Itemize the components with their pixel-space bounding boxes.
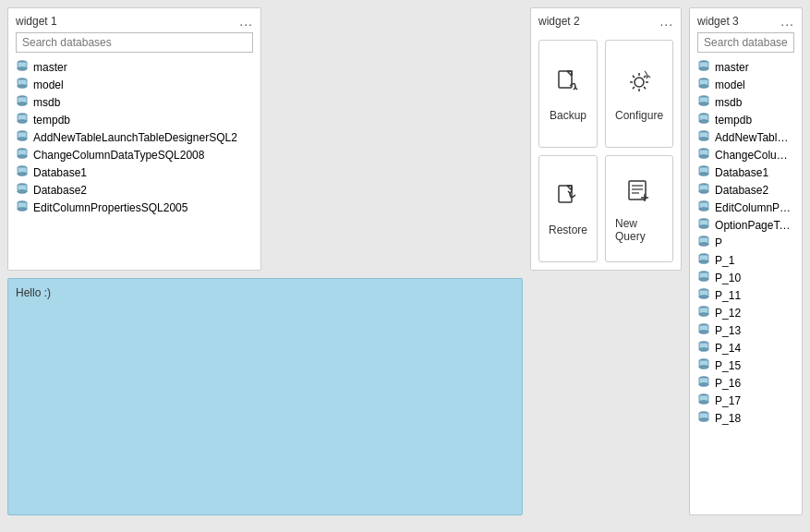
svg-point-68 bbox=[699, 103, 708, 106]
db-icon bbox=[16, 94, 29, 110]
db-label: P_1 bbox=[715, 254, 734, 267]
svg-point-123 bbox=[699, 296, 708, 299]
svg-point-133 bbox=[699, 331, 708, 334]
widget2-btn-backup[interactable]: Backup bbox=[538, 40, 598, 148]
widget1-title: widget 1 bbox=[16, 15, 57, 28]
db-icon bbox=[16, 112, 29, 127]
list-item[interactable]: Database1 bbox=[8, 163, 260, 181]
new-query-icon bbox=[623, 174, 656, 212]
db-icon bbox=[697, 340, 710, 356]
list-item[interactable]: msdb bbox=[8, 93, 260, 111]
db-icon bbox=[697, 287, 710, 303]
svg-point-88 bbox=[699, 173, 708, 176]
db-icon bbox=[16, 59, 29, 75]
widget2-header: widget 2 ... bbox=[531, 8, 681, 32]
db-icon bbox=[697, 322, 710, 338]
db-label: master bbox=[715, 61, 749, 74]
svg-point-2 bbox=[18, 67, 27, 71]
db-label: model bbox=[33, 79, 64, 91]
list-item[interactable]: OptionPageTests bbox=[690, 216, 802, 234]
db-label: tempdb bbox=[715, 114, 752, 127]
db-label: P_11 bbox=[715, 289, 741, 302]
list-item[interactable]: P_10 bbox=[690, 269, 802, 286]
list-item[interactable]: Database2 bbox=[8, 181, 260, 199]
list-item[interactable]: tempdb bbox=[690, 111, 802, 128]
db-label: EditColumnPropertiesSQL2005 bbox=[33, 201, 187, 214]
svg-point-58 bbox=[699, 67, 708, 71]
list-item[interactable]: P_15 bbox=[690, 357, 802, 374]
btn-label: Restore bbox=[549, 224, 587, 236]
btn-label: Backup bbox=[550, 109, 586, 122]
list-item[interactable]: P_1 bbox=[690, 251, 802, 269]
list-item[interactable]: P_16 bbox=[690, 374, 802, 392]
db-icon bbox=[16, 147, 29, 163]
svg-point-128 bbox=[699, 313, 708, 317]
list-item[interactable]: tempdb bbox=[8, 111, 260, 128]
list-item[interactable]: msdb bbox=[690, 93, 802, 111]
svg-point-47 bbox=[635, 78, 644, 87]
db-label: P_18 bbox=[715, 412, 741, 425]
db-label: P_10 bbox=[715, 272, 741, 284]
widget1-menu-icon[interactable]: ... bbox=[239, 14, 253, 29]
db-label: Database2 bbox=[715, 184, 768, 197]
list-item[interactable]: P_14 bbox=[690, 339, 802, 357]
db-label: Database2 bbox=[33, 184, 87, 197]
list-item[interactable]: P_12 bbox=[690, 304, 802, 321]
list-item[interactable]: ChangeColumnDataTypeSQL2008 bbox=[8, 146, 260, 163]
widget2-btn-restore[interactable]: Restore bbox=[538, 155, 598, 263]
db-icon bbox=[697, 200, 710, 215]
list-item[interactable]: P bbox=[690, 234, 802, 251]
svg-point-158 bbox=[699, 418, 708, 422]
db-icon bbox=[16, 129, 29, 145]
db-icon bbox=[697, 94, 710, 110]
configure-icon bbox=[623, 66, 656, 103]
list-item[interactable]: Database2 bbox=[690, 181, 802, 199]
list-item[interactable]: master bbox=[8, 58, 260, 76]
db-icon bbox=[697, 77, 710, 92]
list-item[interactable]: ChangeColumnDataTypeSQL2008 bbox=[690, 146, 802, 163]
widget1: widget 1 ... master model msdb tempdb bbox=[7, 7, 261, 271]
widget1-search-input[interactable] bbox=[16, 32, 253, 53]
svg-point-27 bbox=[18, 155, 27, 159]
widget2-btn-new-query[interactable]: New Query bbox=[605, 155, 673, 263]
list-item[interactable]: AddNewTableLaunchTableDesignerSQL2 bbox=[690, 128, 802, 146]
svg-rect-50 bbox=[629, 181, 646, 200]
btn-label: Configure bbox=[615, 109, 663, 122]
widget3-search-input[interactable] bbox=[697, 32, 794, 53]
widget2-menu-icon[interactable]: ... bbox=[659, 14, 673, 29]
widget2-title: widget 2 bbox=[538, 15, 580, 28]
db-icon bbox=[697, 235, 710, 250]
list-item[interactable]: P_11 bbox=[690, 286, 802, 304]
list-item[interactable]: EditColumnPropertiesSQL2005 bbox=[690, 199, 802, 216]
svg-point-143 bbox=[699, 366, 708, 369]
db-icon bbox=[697, 357, 710, 373]
list-item[interactable]: P_17 bbox=[690, 392, 802, 409]
list-item[interactable]: AddNewTableLaunchTableDesignerSQL2 bbox=[8, 128, 260, 146]
db-label: P_16 bbox=[715, 377, 741, 390]
db-icon bbox=[697, 375, 710, 391]
list-item[interactable]: P_13 bbox=[690, 321, 802, 339]
db-icon bbox=[697, 410, 710, 426]
backup-icon bbox=[551, 66, 585, 103]
db-label: Database1 bbox=[715, 166, 768, 179]
svg-point-37 bbox=[18, 190, 27, 194]
db-icon bbox=[697, 112, 710, 127]
list-item[interactable]: EditColumnPropertiesSQL2005 bbox=[8, 199, 260, 216]
btn-label: New Query bbox=[615, 217, 663, 243]
db-label: OptionPageTests bbox=[715, 219, 794, 232]
list-item[interactable]: Database1 bbox=[690, 163, 802, 181]
db-icon bbox=[697, 217, 710, 233]
db-icon bbox=[16, 164, 29, 180]
list-item[interactable]: model bbox=[690, 76, 802, 93]
db-label: tempdb bbox=[33, 114, 70, 127]
widget3-menu-icon[interactable]: ... bbox=[780, 14, 794, 29]
list-item[interactable]: P_18 bbox=[690, 409, 802, 427]
svg-point-93 bbox=[699, 190, 708, 194]
svg-point-17 bbox=[18, 120, 27, 124]
widget2-btn-configure[interactable]: Configure bbox=[605, 40, 673, 148]
list-item[interactable]: model bbox=[8, 76, 260, 93]
list-item[interactable]: master bbox=[690, 58, 802, 76]
db-icon bbox=[697, 270, 710, 285]
svg-point-98 bbox=[699, 208, 708, 212]
svg-point-103 bbox=[699, 225, 708, 229]
